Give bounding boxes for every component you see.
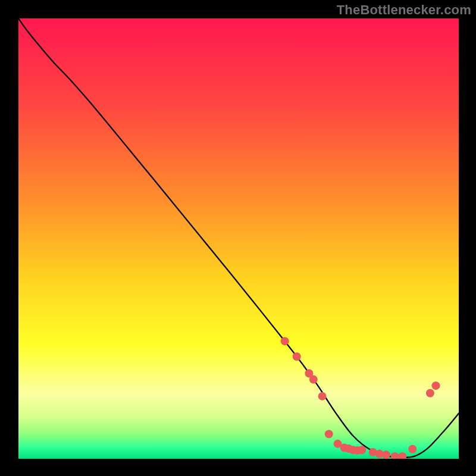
chart-marker bbox=[408, 445, 416, 453]
chart-svg bbox=[18, 18, 459, 459]
chart-marker bbox=[293, 352, 301, 361]
chart-marker bbox=[358, 446, 366, 454]
chart-plot-area bbox=[18, 18, 459, 459]
chart-marker bbox=[318, 392, 327, 400]
attribution-text: TheBottlenecker.com bbox=[337, 2, 471, 18]
chart-background bbox=[18, 18, 459, 459]
chart-marker bbox=[281, 337, 289, 345]
chart-marker bbox=[309, 375, 318, 384]
chart-marker bbox=[432, 381, 440, 390]
chart-marker bbox=[325, 430, 333, 439]
chart-frame: TheBottlenecker.com bbox=[0, 0, 476, 476]
chart-marker bbox=[382, 450, 390, 459]
chart-marker bbox=[426, 389, 434, 397]
